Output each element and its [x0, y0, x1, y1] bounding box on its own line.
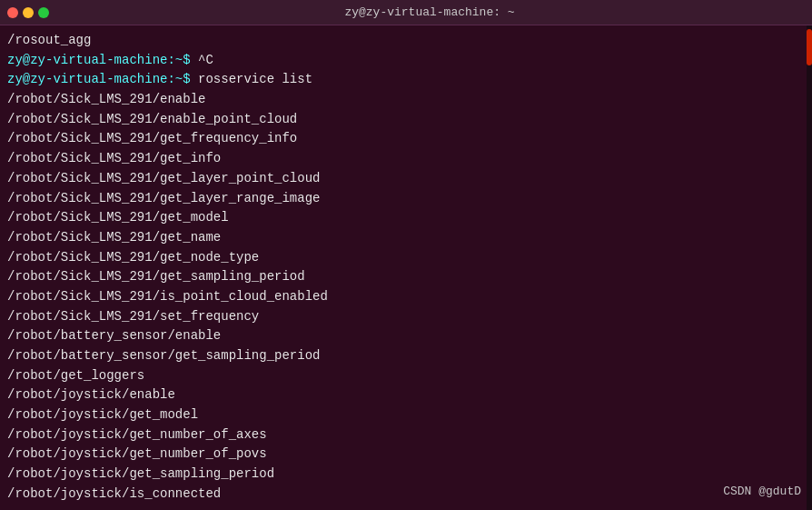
terminal-line: /robot/Sick_LMS_291/get_node_type	[7, 248, 805, 268]
minimize-button[interactable]	[23, 7, 34, 18]
terminal-line: /rosout_agg	[7, 31, 805, 51]
title-bar: zy@zy-virtual-machine: ~	[0, 0, 812, 25]
traffic-lights	[7, 7, 49, 18]
terminal-line: /robot/Sick_LMS_291/get_layer_point_clou…	[7, 169, 805, 189]
terminal-line: zy@zy-virtual-machine:~$ rosservice list	[7, 70, 805, 90]
terminal-line: /robot/Sick_LMS_291/get_name	[7, 228, 805, 248]
window-title: zy@zy-virtual-machine: ~	[54, 5, 805, 19]
scrollbar-thumb[interactable]	[807, 29, 812, 65]
terminal-line: /robot/joystick/get_sampling_period	[7, 465, 805, 485]
terminal-line: /robot/Sick_LMS_291/get_model	[7, 208, 805, 228]
terminal-line: zy@zy-virtual-machine:~$ ^C	[7, 51, 805, 71]
watermark: CSDN @gdutD	[723, 483, 801, 501]
terminal-body[interactable]: /rosout_aggzy@zy-virtual-machine:~$ ^Czy…	[0, 25, 812, 510]
terminal-line: /robot/Sick_LMS_291/is_point_cloud_enabl…	[7, 287, 805, 307]
terminal-line: /robot/Sick_LMS_291/get_layer_range_imag…	[7, 189, 805, 209]
maximize-button[interactable]	[38, 7, 49, 18]
terminal-line: /robot/Sick_LMS_291/enable_point_cloud	[7, 110, 805, 130]
terminal-line: /robot/joystick/get_model	[7, 405, 805, 425]
terminal-line: /robot/get_loggers	[7, 366, 805, 386]
terminal-line: /robot/Sick_LMS_291/get_sampling_period	[7, 267, 805, 287]
terminal-line: /robot/battery_sensor/enable	[7, 326, 805, 346]
terminal-line: /robot/joystick/is_connected	[7, 485, 805, 505]
terminal-line: /robot/Sick_LMS_291/enable	[7, 90, 805, 110]
terminal-line: /robot/joystick/get_number_of_axes	[7, 425, 805, 445]
scrollbar-track[interactable]	[807, 25, 812, 510]
terminal-line: /robot/battery_sensor/get_sampling_perio…	[7, 346, 805, 366]
terminal-line: /robot/Sick_LMS_291/get_frequency_info	[7, 129, 805, 149]
terminal-line: /robot/Sick_LMS_291/get_info	[7, 149, 805, 169]
terminal-line: /robot/joystick/enable	[7, 385, 805, 405]
terminal-line: /robot/joystick/get_number_of_povs	[7, 445, 805, 465]
close-button[interactable]	[7, 7, 18, 18]
terminal-line: /robot/Sick_LMS_291/set_frequency	[7, 307, 805, 327]
